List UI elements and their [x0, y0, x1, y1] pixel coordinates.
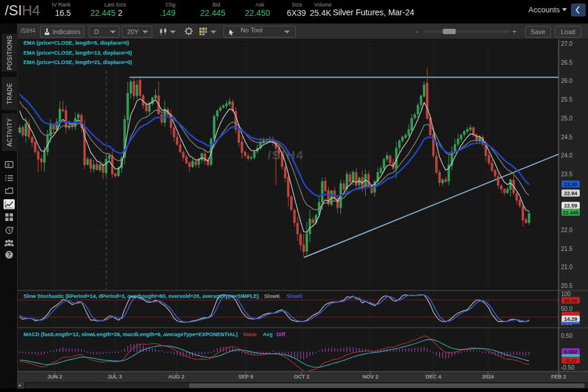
- svg-text:Slow Stochastic (kPeriod=14, d: Slow Stochastic (kPeriod=14, dPeriod=3, …: [24, 293, 259, 299]
- svg-text:Avg: Avg: [263, 331, 273, 337]
- svg-text:0.002: 0.002: [564, 349, 577, 355]
- svg-text:Diff: Diff: [276, 331, 286, 337]
- svg-text:MACD (fastLength=12, slowLengt: MACD (fastLength=12, slowLength=26, macd…: [24, 331, 238, 337]
- svg-text:0.50: 0.50: [561, 333, 573, 339]
- svg-text:25.5: 25.5: [561, 96, 573, 103]
- svg-text:25.0: 25.0: [561, 115, 573, 122]
- svg-text:23.30: 23.30: [564, 182, 577, 187]
- svg-text:2024: 2024: [482, 374, 494, 380]
- svg-text:22.0: 22.0: [561, 227, 573, 233]
- svg-text:FEB 2: FEB 2: [551, 374, 566, 380]
- svg-text:EMA (price=CLOSE, length=13, d: EMA (price=CLOSE, length=13, displace=0): [24, 50, 132, 56]
- svg-text:AUG 2: AUG 2: [168, 374, 185, 380]
- svg-text:OCT 2: OCT 2: [294, 374, 310, 380]
- svg-text:26.5: 26.5: [561, 59, 573, 66]
- svg-text:100: 100: [561, 291, 571, 297]
- svg-text:/SIH4: /SIH4: [268, 148, 305, 162]
- svg-text:EMA (price=CLOSE, length=5, di: EMA (price=CLOSE, length=5, displace=0): [24, 40, 129, 46]
- svg-text:20.5: 20.5: [561, 283, 573, 289]
- svg-text:Value: Value: [243, 331, 257, 337]
- svg-text:JUL 3: JUL 3: [108, 374, 122, 380]
- svg-text:22.59: 22.59: [564, 203, 577, 209]
- svg-text:21.5: 21.5: [561, 246, 573, 252]
- svg-text:50.0: 50.0: [561, 306, 573, 312]
- svg-text:80.00: 80.00: [564, 298, 577, 304]
- svg-text:-0.50: -0.50: [561, 364, 574, 371]
- svg-text:26.0: 26.0: [561, 78, 573, 84]
- svg-text:$: $: [7, 162, 10, 167]
- svg-text:22.94: 22.94: [564, 190, 577, 196]
- svg-text:-0.27: -0.27: [564, 358, 577, 364]
- svg-text:DEC 4: DEC 4: [426, 374, 442, 380]
- svg-text:24.5: 24.5: [561, 134, 573, 140]
- svg-text:24.0: 24.0: [561, 152, 573, 159]
- svg-text:14.29: 14.29: [564, 316, 577, 322]
- svg-text:JUN 2: JUN 2: [47, 374, 62, 380]
- svg-text:EMA (price=CLOSE, length=21, d: EMA (price=CLOSE, length=21, displace=0): [24, 59, 132, 65]
- svg-text:21.0: 21.0: [561, 264, 573, 270]
- svg-text:SlowK: SlowK: [264, 293, 280, 299]
- svg-text:27.0: 27.0: [561, 41, 573, 47]
- svg-text:SlowD: SlowD: [286, 293, 303, 299]
- svg-text:SEP 5: SEP 5: [238, 374, 253, 380]
- svg-text:23.5: 23.5: [561, 171, 573, 177]
- svg-text:22.445: 22.445: [563, 210, 579, 216]
- svg-text:NOV 2: NOV 2: [362, 374, 378, 380]
